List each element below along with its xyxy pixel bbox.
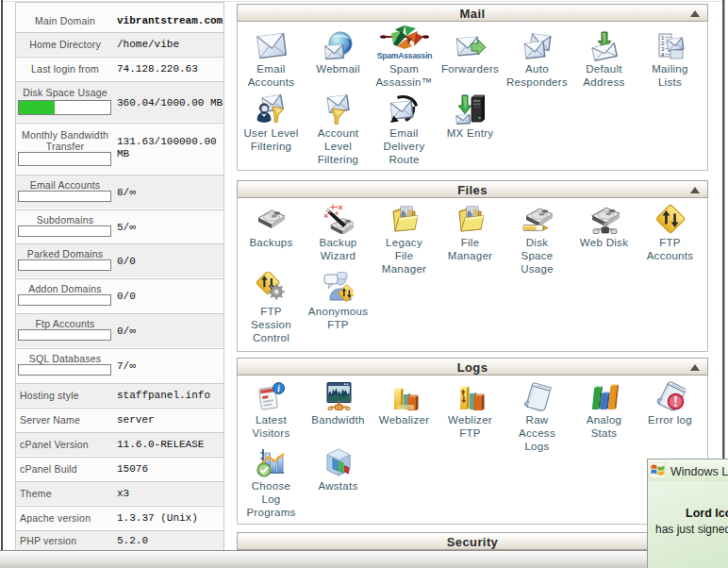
svg-text:SpamAssassin: SpamAssassin: [376, 51, 432, 60]
svg-text:i: i: [277, 384, 280, 393]
